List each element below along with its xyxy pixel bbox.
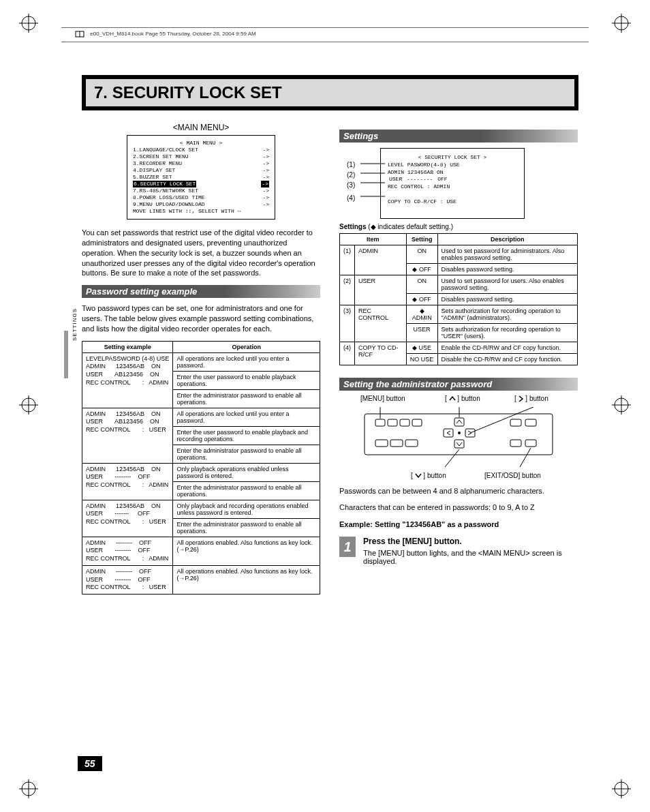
svg-rect-26	[388, 419, 397, 426]
example-op: All operations are locked until you ente…	[173, 352, 320, 371]
label-exit-button: [EXIT/OSD] button	[484, 472, 541, 479]
example-op: Enter the administrator password to enab…	[173, 518, 320, 537]
menu-title: < MAIN MENU >	[133, 140, 269, 147]
crop-mark-icon	[612, 779, 631, 798]
menu-footer: MOVE LINES WITH ↕↕, SELECT WITH ↔	[133, 208, 269, 215]
password-examples-table: Setting example Operation LEVELPASSWORD …	[82, 341, 320, 595]
crop-mark-icon	[19, 779, 38, 798]
crop-mark-icon	[19, 14, 38, 33]
svg-rect-33	[444, 429, 453, 437]
example-setting: ADMIN 123456AB ON USER ------- OFF REC C…	[86, 502, 169, 526]
svg-rect-29	[375, 440, 388, 447]
example-op: Enter the user password to enable playba…	[173, 426, 320, 445]
section-heading-settings: Settings	[339, 130, 578, 142]
crop-mark-icon	[19, 395, 38, 415]
svg-rect-40	[525, 440, 536, 447]
crop-mark-icon	[612, 14, 631, 33]
callout-numbers: (1) (2) (3) (4)	[347, 160, 355, 203]
example-op: Enter the administrator password to enab…	[173, 481, 320, 500]
main-menu-screenshot: < MAIN MENU > 1.LANGUAGE/CLOCK SET-> 2.S…	[127, 135, 275, 220]
title-block: 7. SECURITY LOCK SET	[82, 75, 578, 110]
svg-rect-35	[454, 440, 464, 448]
label-menu-button: [MENU] button	[360, 395, 405, 402]
svg-line-43	[470, 407, 533, 433]
header-text: e00_VDH_M814.book Page 55 Thursday, Octo…	[90, 31, 256, 37]
section-heading-admin-pw: Setting the administrator password	[339, 378, 578, 391]
example-op: Enter the administrator password to enab…	[173, 445, 320, 463]
settings-table: Item Setting Description (1) ADMIN ON Us…	[339, 233, 578, 365]
example-op: All operations enabled. Also functions a…	[173, 565, 320, 594]
svg-rect-28	[412, 419, 422, 426]
page: e00_VDH_M814.book Page 55 Thursday, Octo…	[0, 0, 650, 812]
col-operation: Operation	[173, 341, 320, 352]
svg-rect-27	[400, 419, 409, 426]
col-setting: Setting	[406, 233, 437, 245]
svg-line-45	[520, 448, 531, 467]
controller-diagram: [MENU] button [ ] button [ ] button	[363, 397, 554, 470]
pw-rule-2: Characters that can be entered in passwo…	[339, 502, 578, 513]
svg-line-44	[445, 449, 459, 467]
main-menu-label: <MAIN MENU>	[82, 123, 320, 132]
side-tab: SETTINGS	[72, 308, 78, 341]
left-column: <MAIN MENU> < MAIN MENU > 1.LANGUAGE/CLO…	[82, 123, 320, 595]
example-setting: ADMIN -------- OFF USER -------- OFF REC…	[86, 568, 169, 592]
col-setting-example: Setting example	[82, 341, 173, 352]
example-op: Enter the administrator password to enab…	[173, 389, 320, 408]
example-op: All operations are locked until you ente…	[173, 408, 320, 426]
svg-rect-31	[405, 440, 418, 447]
header-ruler: e00_VDH_M814.book Page 55 Thursday, Octo…	[61, 27, 589, 42]
security-lock-screenshot: (1) (2) (3) (4) < SECURITY LOCK SET > LE…	[380, 148, 525, 219]
svg-rect-32	[454, 418, 464, 426]
password-intro: Two password types can be set, one for a…	[82, 303, 320, 334]
svg-rect-30	[390, 440, 403, 447]
example-op: Enter the user password to enable playba…	[173, 371, 320, 389]
example-op: All operations enabled. Also functions a…	[173, 537, 320, 565]
page-number: 55	[78, 756, 102, 771]
example-op: Only playback operations enabled unless …	[173, 463, 320, 481]
section-heading-password: Password setting example	[82, 285, 320, 298]
svg-rect-38	[525, 419, 536, 426]
step-number: 1	[339, 537, 356, 557]
col-item: Item	[340, 233, 407, 245]
example-op: Only playback and recording operations e…	[173, 500, 320, 518]
step-1: 1 Press the [MENU] button. The [MENU] bu…	[339, 537, 578, 565]
right-column: Settings (1) (2) (3) (4) < SECURITY LOCK…	[339, 123, 578, 595]
book-icon	[75, 29, 84, 39]
crop-mark-icon	[612, 395, 631, 415]
side-tab-bar	[64, 331, 68, 378]
front-panel-icon	[363, 407, 554, 468]
settings-caption: (◆ indicates default setting.)	[368, 223, 453, 230]
leader-lines-icon	[360, 161, 385, 202]
intro-paragraph: You can set passwords that restrict use …	[82, 228, 320, 278]
example-setting: LEVELPASSWORD (4-8) USE ADMIN 123456AB O…	[86, 355, 169, 387]
svg-rect-25	[375, 419, 385, 426]
page-title: 7. SECURITY LOCK SET	[86, 79, 574, 106]
example-setting: ADMIN -------- OFF USER -------- OFF REC…	[86, 539, 169, 563]
step-body: The [MENU] button lights, and the <MAIN …	[363, 549, 568, 565]
step-title: Press the [MENU] button.	[363, 537, 568, 546]
svg-rect-39	[510, 440, 521, 447]
label-right-button: [ ] button	[514, 395, 548, 402]
col-description: Description	[437, 233, 577, 245]
example-setting: ADMIN 123456AB ON USER AB123456 ON REC C…	[86, 410, 169, 434]
example-setting: ADMIN 123456AB ON USER -------- OFF REC …	[86, 466, 169, 490]
example-heading: Example: Setting "123456AB" as a passwor…	[339, 520, 578, 530]
label-down-button: [ ] button	[411, 472, 446, 479]
svg-point-36	[458, 432, 461, 434]
svg-rect-37	[510, 419, 521, 426]
svg-rect-24	[365, 414, 553, 455]
pw-rule-1: Passwords can be between 4 and 8 alphanu…	[339, 486, 578, 496]
label-up-button: [ ] button	[445, 395, 480, 402]
